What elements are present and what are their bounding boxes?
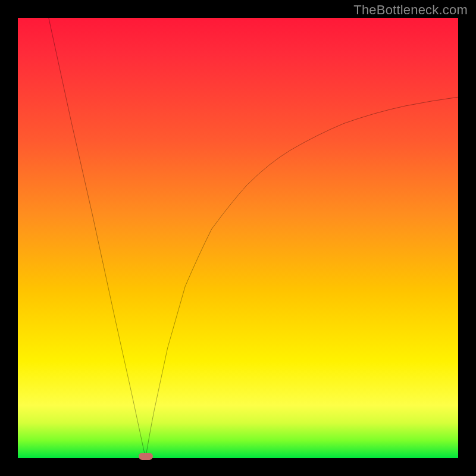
watermark-text: TheBottleneck.com [353,2,468,18]
plot-area [18,18,458,458]
curve-left-branch [49,18,146,458]
chart-frame: TheBottleneck.com [0,0,476,476]
curve-right-branch [146,97,458,458]
min-marker [139,453,153,460]
curve-layer [18,18,458,458]
